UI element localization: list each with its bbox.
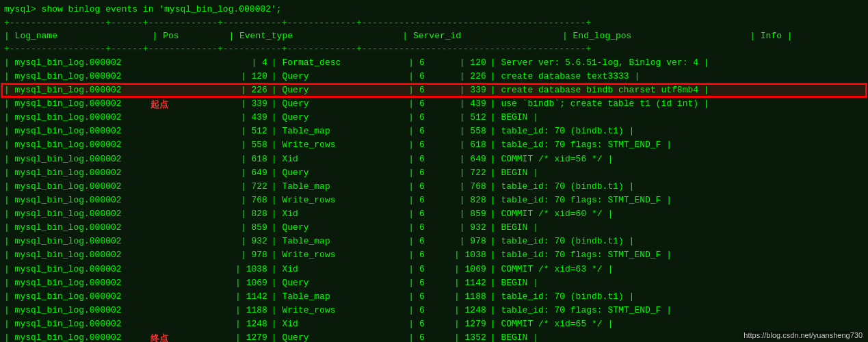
cell-pos: | 932	[209, 235, 270, 248]
cell-serverid: | 6	[393, 207, 428, 221]
cell-serverid: | 6	[393, 111, 428, 124]
cell-event: | Table_map	[270, 235, 393, 248]
table-row: | mysql_bin_log.000002 | 1279 | Query | …	[1, 331, 867, 342]
header-pos: | Pos	[151, 29, 228, 43]
table-row: | mysql_bin_log.000002 | 1069 | Query | …	[1, 276, 867, 290]
cell-logname: | mysql_bin_log.000002	[1, 111, 209, 124]
cell-pos: | 4	[209, 56, 270, 70]
cell-pos: | 1038	[209, 263, 270, 276]
cell-pos: | 512	[209, 124, 270, 138]
binlog-table: | Log_name | Pos | Event_type | Server_i…	[1, 29, 867, 43]
cell-info: | table_id: 70 (bindb.t1) |	[489, 290, 867, 304]
cell-event: | Write_rows	[270, 194, 393, 207]
cell-info: | table_id: 70 flags: STMT_END_F |	[489, 194, 867, 207]
table-row: | mysql_bin_log.000002 | 558 | Write_row…	[1, 138, 867, 152]
table-row: | mysql_bin_log.000002 | 1038 | Xid | 6 …	[1, 263, 867, 276]
table-row: | mysql_bin_log.000002 | 512 | Table_map…	[1, 124, 867, 138]
command-line: mysql> show binlog events in 'mysql_bin_…	[1, 3, 867, 16]
divider-top: +------------------+------+-------------…	[1, 17, 867, 29]
cell-pos: | 120	[209, 70, 270, 83]
cell-endlogpos: | 618	[428, 138, 489, 152]
cell-pos: | 558	[209, 138, 270, 152]
cell-event: | Xid	[270, 263, 393, 276]
cell-pos: | 339	[209, 97, 270, 111]
cell-logname: | mysql_bin_log.000002	[1, 180, 209, 194]
table-row: | mysql_bin_log.000002 | 768 | Write_row…	[1, 194, 867, 207]
table-row: | mysql_bin_log.000002 | 439 | Query | 6…	[1, 111, 867, 124]
cell-serverid: | 6	[393, 194, 428, 207]
cell-pos: | 1188	[209, 304, 270, 317]
cell-info: | table_id: 70 flags: STMT_END_F |	[489, 248, 867, 262]
table-row: | mysql_bin_log.000002 | 618 | Xid | 6 |…	[1, 153, 867, 166]
header-serverid: | Server_id	[401, 29, 561, 43]
cell-endlogpos: | 768	[428, 180, 489, 194]
cell-logname: | mysql_bin_log.000002	[1, 331, 209, 342]
cell-info: | BEGIN |	[489, 166, 867, 180]
cell-pos: | 722	[209, 180, 270, 194]
cell-info: | Server ver: 5.6.51-log, Binlog ver: 4 …	[489, 56, 867, 70]
cell-endlogpos: | 439	[428, 97, 489, 111]
cell-serverid: | 6	[393, 138, 428, 152]
cell-event: | Query	[270, 331, 393, 342]
header-info: | Info |	[748, 29, 867, 43]
cell-pos: | 1069	[209, 276, 270, 290]
cell-event: | Query	[270, 70, 393, 83]
cell-endlogpos: | 1142	[428, 276, 489, 290]
cell-endlogpos: | 120	[428, 56, 489, 70]
cell-event: | Write_rows	[270, 304, 393, 317]
table-body-wrapper: | mysql_bin_log.000002 | 4 | Format_desc…	[1, 56, 867, 342]
cell-logname: | mysql_bin_log.000002	[1, 248, 209, 262]
cell-event: | Query	[270, 221, 393, 235]
cell-serverid: | 6	[393, 166, 428, 180]
header-logname: | Log_name	[1, 29, 151, 43]
table-row: | mysql_bin_log.000002 | 226 | Query | 6…	[1, 83, 867, 97]
cell-pos: | 1248	[209, 317, 270, 331]
cell-endlogpos: | 649	[428, 153, 489, 166]
cell-event: | Write_rows	[270, 138, 393, 152]
cell-event: | Format_desc	[270, 56, 393, 70]
cell-info: | BEGIN |	[489, 111, 867, 124]
cell-serverid: | 6	[393, 83, 428, 97]
cell-serverid: | 6	[393, 304, 428, 317]
cell-logname: | mysql_bin_log.000002	[1, 153, 209, 166]
cell-pos: | 768	[209, 194, 270, 207]
cell-logname: | mysql_bin_log.000002	[1, 124, 209, 138]
table-row: | mysql_bin_log.000002 | 1248 | Xid | 6 …	[1, 317, 867, 331]
cell-serverid: | 6	[393, 276, 428, 290]
cell-logname: | mysql_bin_log.000002	[1, 97, 209, 111]
table-row: | mysql_bin_log.000002 | 1188 | Write_ro…	[1, 304, 867, 317]
cell-endlogpos: | 1248	[428, 304, 489, 317]
table-row: | mysql_bin_log.000002 | 1142 | Table_ma…	[1, 290, 867, 304]
cell-serverid: | 6	[393, 153, 428, 166]
cell-serverid: | 6	[393, 221, 428, 235]
cell-serverid: | 6	[393, 235, 428, 248]
cell-pos: | 828	[209, 207, 270, 221]
table-row: | mysql_bin_log.000002 | 722 | Table_map…	[1, 180, 867, 194]
cell-logname: | mysql_bin_log.000002	[1, 207, 209, 221]
cell-serverid: | 6	[393, 97, 428, 111]
header-event: | Event_type	[227, 29, 401, 43]
cell-info: | use `bindb`; create table t1 (id int) …	[489, 97, 867, 111]
cell-serverid: | 6	[393, 331, 428, 342]
cell-pos: | 1279	[209, 331, 270, 342]
cell-event: | Xid	[270, 153, 393, 166]
cell-serverid: | 6	[393, 124, 428, 138]
cell-event: | Table_map	[270, 180, 393, 194]
table-row: | mysql_bin_log.000002 | 120 | Query | 6…	[1, 70, 867, 83]
cell-logname: | mysql_bin_log.000002	[1, 276, 209, 290]
cell-pos: | 618	[209, 153, 270, 166]
cell-endlogpos: | 828	[428, 194, 489, 207]
cell-event: | Xid	[270, 317, 393, 331]
cell-serverid: | 6	[393, 263, 428, 276]
terminal-window: mysql> show binlog events in 'mysql_bin_…	[0, 0, 868, 342]
cell-event: | Query	[270, 166, 393, 180]
cell-info: | COMMIT /* xid=63 */ |	[489, 263, 867, 276]
cell-event: | Query	[270, 276, 393, 290]
cell-pos: | 226	[209, 83, 270, 97]
cell-endlogpos: | 859	[428, 207, 489, 221]
cell-endlogpos: | 978	[428, 235, 489, 248]
cell-logname: | mysql_bin_log.000002	[1, 138, 209, 152]
table-row: | mysql_bin_log.000002 | 932 | Table_map…	[1, 235, 867, 248]
cell-serverid: | 6	[393, 317, 428, 331]
cell-logname: | mysql_bin_log.000002	[1, 194, 209, 207]
